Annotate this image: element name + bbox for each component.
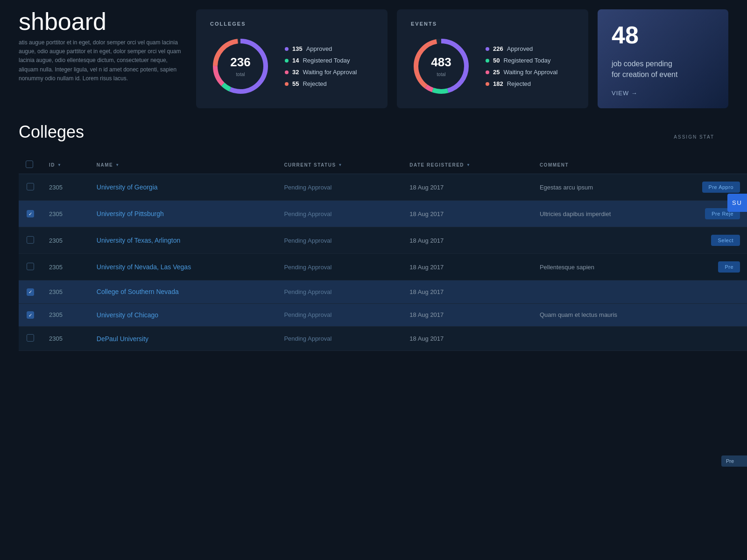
td-checkbox [19,227,42,254]
events-card: EVENTS 483 [397,9,588,108]
college-name-link[interactable]: University of Texas, Arlington [97,237,181,244]
table-header: ID ▼ NAME ▼ CURRENT STATUS ▼ [19,156,747,174]
td-name[interactable]: University of Nevada, Las Vegas [90,254,277,280]
college-name-link[interactable]: College of Southern Nevada [97,288,179,295]
name-sort-icon[interactable]: ▼ [115,163,120,167]
td-id: 2305 [42,254,90,280]
row-checkbox[interactable] [27,334,34,342]
td-checkbox: ✓ [19,201,42,227]
td-name[interactable]: University of Pittsburgh [90,201,277,227]
th-status: CURRENT STATUS ▼ [277,156,402,174]
colleges-registered-dot [285,59,289,63]
td-status: Pending Approval [277,174,402,201]
colleges-card-content: 236 total 135 Approved 14 Registered Tod… [210,36,374,97]
row-checkbox[interactable]: ✓ [27,210,34,217]
colleges-registered-num: 14 [292,57,299,64]
colleges-table: ID ▼ NAME ▼ CURRENT STATUS ▼ [19,156,747,351]
th-id: ID ▼ [42,156,90,174]
colleges-donut-center: 236 total [230,55,250,78]
events-waiting-label: Waiting for Approval [503,69,557,76]
colleges-card: COLLEGES [196,9,388,108]
colleges-registered-label: Registered Today [303,57,350,64]
td-id: 2305 [42,280,90,304]
td-date: 18 Aug 2017 [402,227,533,254]
action-button[interactable]: Pre [718,261,740,273]
td-checkbox: ✓ [19,280,42,304]
table-row[interactable]: 2305University of Nevada, Las VegasPendi… [19,254,747,280]
td-id: 2305 [42,201,90,227]
college-name-link[interactable]: University of Chicago [97,311,158,319]
td-status: Pending Approval [277,327,402,351]
view-button[interactable]: VIEW → [612,90,714,97]
date-sort-icon[interactable]: ▼ [466,163,471,167]
status-sort-icon[interactable]: ▼ [338,163,343,167]
td-checkbox [19,254,42,280]
action-button[interactable]: Pre Appro [702,182,740,193]
college-name-link[interactable]: University of Georgia [97,183,158,191]
td-comment: Pellentesque sapien [533,254,691,280]
colleges-stat-rejected: 55 Rejected [285,80,357,87]
td-name[interactable]: University of Chicago [90,303,277,327]
row-checkbox[interactable]: ✓ [27,288,34,296]
events-total-label: total [437,72,446,77]
events-registered-label: Registered Today [503,57,550,64]
submit-button-partial[interactable]: SU [727,194,747,212]
college-name-link[interactable]: University of Nevada, Las Vegas [97,263,191,271]
td-date: 18 Aug 2017 [402,201,533,227]
td-action: Select [691,227,747,254]
td-status: Pending Approval [277,303,402,327]
colleges-card-title: COLLEGES [210,21,374,27]
events-waiting-num: 25 [493,69,500,76]
action-button[interactable]: Select [711,235,740,246]
colleges-waiting-label: Waiting for Approval [303,69,357,76]
table-row[interactable]: ✓2305College of Southern NevadaPending A… [19,280,747,304]
td-name[interactable]: University of Texas, Arlington [90,227,277,254]
td-id: 2305 [42,303,90,327]
td-action [691,280,747,304]
events-approved-num: 226 [493,45,503,52]
td-action: Pre [691,254,747,280]
college-name-link[interactable]: DePaul University [97,335,148,343]
events-waiting-dot [486,70,489,74]
table-row[interactable]: 2305DePaul UniversityPending Approval18 … [19,327,747,351]
colleges-rejected-dot [285,82,289,86]
td-comment: Egestas arcu ipsum [533,174,691,201]
events-rejected-num: 182 [493,80,503,87]
colleges-total-label: total [236,72,245,77]
td-name[interactable]: DePaul University [90,327,277,351]
events-approved-dot [486,47,489,51]
table-row[interactable]: ✓2305University of PittsburghPending App… [19,201,747,227]
id-sort-icon[interactable]: ▼ [57,163,62,167]
td-checkbox: ✓ [19,303,42,327]
pre-button-partial[interactable]: Pre [721,455,747,467]
row-checkbox[interactable]: ✓ [27,311,34,319]
row-checkbox[interactable] [27,263,34,270]
colleges-stat-waiting: 32 Waiting for Approval [285,69,357,76]
events-rejected-label: Rejected [507,80,531,87]
header-checkbox[interactable] [26,161,33,168]
row-checkbox[interactable] [27,183,34,190]
table-row[interactable]: 2305University of GeorgiaPending Approva… [19,174,747,201]
events-registered-num: 50 [493,57,500,64]
events-stats: 226 Approved 50 Registered Today 25 Wait… [486,45,557,87]
th-action [691,156,747,174]
college-name-link[interactable]: University of Pittsburgh [97,210,164,217]
events-rejected-dot [486,82,489,86]
colleges-approved-num: 135 [292,45,303,52]
colleges-rejected-num: 55 [292,80,299,87]
td-name[interactable]: College of Southern Nevada [90,280,277,304]
events-total-number: 483 [431,55,451,70]
table-row[interactable]: 2305University of Texas, ArlingtonPendin… [19,227,747,254]
row-checkbox[interactable] [27,236,34,244]
td-name[interactable]: University of Georgia [90,174,277,201]
title-block: shboard atis augue porttitor et in eget,… [19,9,187,83]
colleges-donut: 236 total [210,36,271,97]
job-card: 48 job codes pendingfor creation of even… [598,9,728,108]
td-date: 18 Aug 2017 [402,280,533,304]
events-registered-dot [486,59,489,63]
table-wrapper: ID ▼ NAME ▼ CURRENT STATUS ▼ [19,156,747,351]
td-status: Pending Approval [277,254,402,280]
section-title: Colleges [19,122,84,142]
table-row[interactable]: ✓2305University of ChicagoPending Approv… [19,303,747,327]
td-date: 18 Aug 2017 [402,303,533,327]
